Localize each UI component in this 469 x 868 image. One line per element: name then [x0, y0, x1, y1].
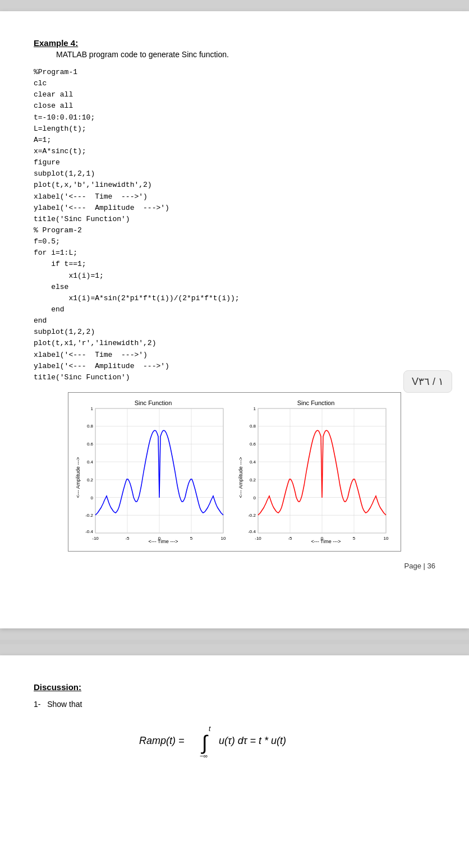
plots-wrapper: Sinc Function <--- Amplitude ---> <--- T… — [68, 392, 401, 552]
svg-text:Ramp(t) =: Ramp(t) = — [139, 735, 185, 746]
plot2-title: Sinc Function — [297, 399, 335, 406]
svg-text:-5: -5 — [288, 536, 292, 541]
page-number: Page | 36 — [34, 562, 435, 570]
page-2: Discussion: 1- Show that Ramp(t) = ∫ −∞ … — [0, 655, 469, 868]
plot2-xlabel: <--- Time ---> — [311, 539, 341, 544]
formula-svg: Ramp(t) = ∫ −∞ t u(τ) dτ = t * u(t) — [134, 719, 335, 764]
plot1-ylabel: <--- Amplitude ---> — [75, 457, 81, 498]
watermark: V١ / ٣٦ — [403, 370, 452, 393]
example-desc: MATLAB program code to generate Sinc fun… — [56, 50, 435, 59]
sinc-plot-blue: Sinc Function <--- Amplitude ---> <--- T… — [72, 396, 234, 548]
svg-text:10: 10 — [384, 536, 389, 541]
svg-text:1: 1 — [254, 406, 256, 411]
svg-text:0: 0 — [91, 495, 94, 500]
svg-text:-0.4: -0.4 — [248, 529, 256, 534]
svg-text:0.8: 0.8 — [250, 424, 256, 429]
svg-text:5: 5 — [353, 536, 356, 541]
plot1-xlabel: <--- Time ---> — [149, 539, 178, 544]
plots-container: Sinc Function <--- Amplitude ---> <--- T… — [34, 392, 435, 552]
svg-text:-10: -10 — [255, 536, 261, 541]
page-separator — [0, 640, 469, 644]
svg-text:-5: -5 — [125, 536, 130, 541]
example-title: Example 4: — [34, 38, 435, 48]
svg-text:t: t — [209, 725, 211, 733]
svg-text:0: 0 — [158, 536, 161, 541]
svg-text:0.8: 0.8 — [87, 424, 94, 429]
svg-text:0.6: 0.6 — [87, 442, 94, 447]
svg-text:u(τ) dτ = t * u(t): u(τ) dτ = t * u(t) — [219, 735, 286, 746]
svg-text:0.4: 0.4 — [250, 460, 256, 465]
svg-text:0.6: 0.6 — [250, 442, 256, 447]
discussion-title: Discussion: — [34, 682, 435, 692]
code-block: %Program-1 clc clear all close all t=-10… — [34, 67, 435, 383]
svg-text:0: 0 — [254, 495, 256, 500]
svg-text:-0.2: -0.2 — [85, 513, 93, 518]
discussion-item-1: 1- Show that — [34, 700, 435, 709]
svg-text:-0.2: -0.2 — [248, 513, 256, 518]
svg-text:-10: -10 — [92, 536, 99, 541]
math-formula: Ramp(t) = ∫ −∞ t u(τ) dτ = t * u(t) — [34, 719, 435, 766]
svg-text:0: 0 — [321, 536, 324, 541]
svg-text:∫: ∫ — [201, 731, 209, 754]
plot2-ylabel: <--- Amplitude ---> — [238, 457, 243, 498]
svg-text:0.2: 0.2 — [250, 477, 256, 483]
sinc-plot-red: Sinc Function <--- Amplitude ---> <--- T… — [234, 396, 397, 548]
plot1-title: Sinc Function — [135, 399, 172, 406]
svg-text:5: 5 — [190, 536, 193, 541]
svg-text:−∞: −∞ — [200, 752, 208, 759]
svg-text:10: 10 — [221, 536, 226, 541]
page-1: Example 4: MATLAB program code to genera… — [0, 11, 469, 628]
svg-text:-0.4: -0.4 — [85, 529, 93, 534]
svg-text:1: 1 — [91, 406, 94, 411]
svg-text:0.2: 0.2 — [87, 477, 94, 483]
svg-text:0.4: 0.4 — [87, 460, 94, 465]
item1-text: Show that — [47, 700, 82, 709]
item1-label: 1- — [34, 700, 40, 709]
